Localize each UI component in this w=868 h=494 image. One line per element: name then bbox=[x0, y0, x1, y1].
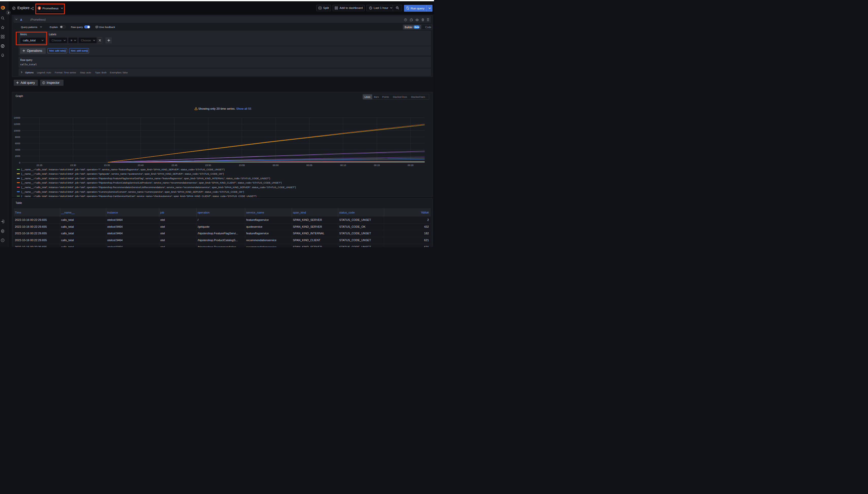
svg-text:?: ? bbox=[2, 239, 3, 242]
svg-text:23:55: 23:55 bbox=[239, 164, 245, 167]
svg-text:23:50: 23:50 bbox=[205, 164, 211, 167]
svg-text:23:40: 23:40 bbox=[138, 164, 144, 167]
svg-text:23:30: 23:30 bbox=[70, 164, 76, 167]
svg-text:23:25: 23:25 bbox=[36, 164, 42, 167]
svg-text:23:35: 23:35 bbox=[104, 164, 110, 167]
svg-text:?: ? bbox=[405, 19, 406, 21]
svg-text:23:45: 23:45 bbox=[171, 164, 177, 167]
svg-text:00:15: 00:15 bbox=[374, 164, 380, 167]
svg-text:6000: 6000 bbox=[15, 142, 20, 145]
svg-text:14000: 14000 bbox=[14, 116, 20, 119]
svg-text:00:00: 00:00 bbox=[273, 164, 278, 167]
svg-text:00:20: 00:20 bbox=[408, 164, 413, 167]
svg-text:2000: 2000 bbox=[15, 155, 20, 157]
svg-text:12000: 12000 bbox=[14, 123, 20, 126]
svg-text:4000: 4000 bbox=[15, 149, 20, 151]
svg-text:00:05: 00:05 bbox=[306, 164, 312, 167]
svg-text:0: 0 bbox=[19, 162, 20, 164]
svg-text:00:10: 00:10 bbox=[340, 164, 346, 167]
svg-text:8000: 8000 bbox=[15, 136, 20, 138]
svg-text:10000: 10000 bbox=[14, 130, 20, 132]
